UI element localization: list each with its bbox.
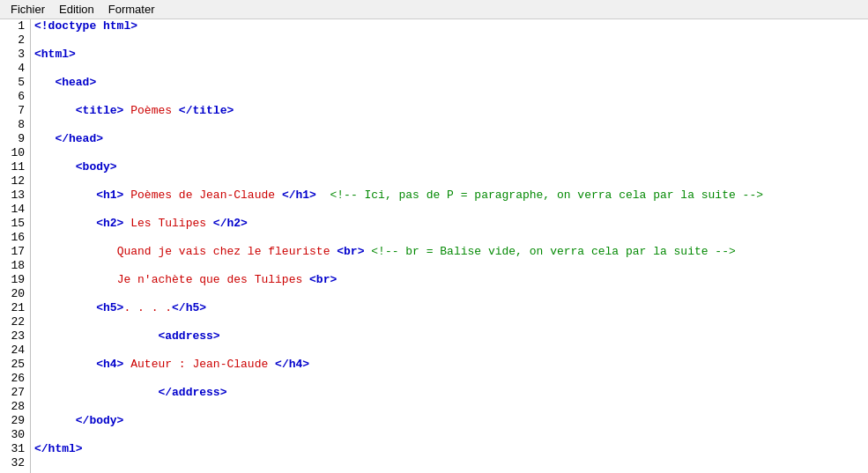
code-line-26 (34, 372, 864, 386)
code-line-12 (34, 174, 864, 188)
line-num-31: 31 (0, 442, 30, 456)
line-num-25: 25 (0, 358, 30, 372)
code-line-15: <h2> Les Tulipes </h2> (34, 217, 864, 231)
line-num-19: 19 (0, 273, 30, 287)
line-num-10: 10 (0, 146, 30, 160)
menu-formater[interactable]: Formater (101, 1, 162, 18)
code-line-27: </address> (34, 386, 864, 400)
line-num-29: 29 (0, 414, 30, 428)
line-num-6: 6 (0, 90, 30, 104)
code-line-19: Je n'achète que des Tulipes <br> (34, 273, 864, 287)
line-num-26: 26 (0, 372, 30, 386)
line-num-22: 22 (0, 315, 30, 329)
menu-fichier[interactable]: Fichier (4, 1, 52, 18)
line-num-1: 1 (0, 19, 30, 33)
code-line-4 (34, 62, 864, 76)
line-num-14: 14 (0, 203, 30, 217)
code-line-28 (34, 400, 864, 414)
code-area[interactable]: <!doctype html> <html> <head> <title> Po… (31, 19, 868, 473)
line-num-27: 27 (0, 386, 30, 400)
code-line-1: <!doctype html> (34, 19, 864, 33)
line-num-30: 30 (0, 428, 30, 442)
code-line-29: </body> (34, 414, 864, 428)
code-line-9: </head> (34, 132, 864, 146)
line-num-16: 16 (0, 231, 30, 245)
code-line-7: <title> Poèmes </title> (34, 104, 864, 118)
code-line-23: <address> (34, 329, 864, 344)
code-line-32 (34, 456, 864, 470)
code-line-2 (34, 33, 864, 48)
code-line-22 (34, 315, 864, 329)
code-line-6 (34, 90, 864, 104)
line-num-18: 18 (0, 259, 30, 273)
line-num-24: 24 (0, 344, 30, 358)
code-line-8 (34, 118, 864, 132)
line-num-4: 4 (0, 62, 30, 76)
line-num-13: 13 (0, 188, 30, 203)
line-num-9: 9 (0, 132, 30, 146)
code-line-11: <body> (34, 160, 864, 174)
code-line-20 (34, 287, 864, 301)
code-line-18 (34, 259, 864, 273)
code-line-25: <h4> Auteur : Jean-Claude </h4> (34, 358, 864, 372)
line-num-2: 2 (0, 33, 30, 48)
code-line-14 (34, 203, 864, 217)
line-num-8: 8 (0, 118, 30, 132)
line-num-28: 28 (0, 400, 30, 414)
editor: 1 2 3 4 5 6 7 8 9 10 11 12 13 14 15 16 1… (0, 19, 868, 473)
code-line-10 (34, 146, 864, 160)
code-line-31: </html> (34, 442, 864, 456)
line-num-17: 17 (0, 245, 30, 259)
line-num-3: 3 (0, 48, 30, 62)
line-num-32: 32 (0, 456, 30, 470)
menubar: Fichier Edition Formater (0, 0, 868, 19)
code-line-21: <h5>. . . .</h5> (34, 301, 864, 315)
code-line-13: <h1> Poèmes de Jean-Claude </h1> <!-- Ic… (34, 188, 864, 203)
code-line-24 (34, 344, 864, 358)
line-numbers: 1 2 3 4 5 6 7 8 9 10 11 12 13 14 15 16 1… (0, 19, 31, 473)
line-num-12: 12 (0, 174, 30, 188)
code-line-17: Quand je vais chez le fleuriste <br> <!-… (34, 245, 864, 259)
code-line-16 (34, 231, 864, 245)
line-num-21: 21 (0, 301, 30, 315)
line-num-11: 11 (0, 160, 30, 174)
menu-edition[interactable]: Edition (52, 1, 101, 18)
code-line-30 (34, 428, 864, 442)
line-num-7: 7 (0, 104, 30, 118)
code-line-3: <html> (34, 48, 864, 62)
line-num-15: 15 (0, 217, 30, 231)
line-num-20: 20 (0, 287, 30, 301)
line-num-5: 5 (0, 76, 30, 90)
code-line-5: <head> (34, 76, 864, 90)
line-num-23: 23 (0, 329, 30, 344)
